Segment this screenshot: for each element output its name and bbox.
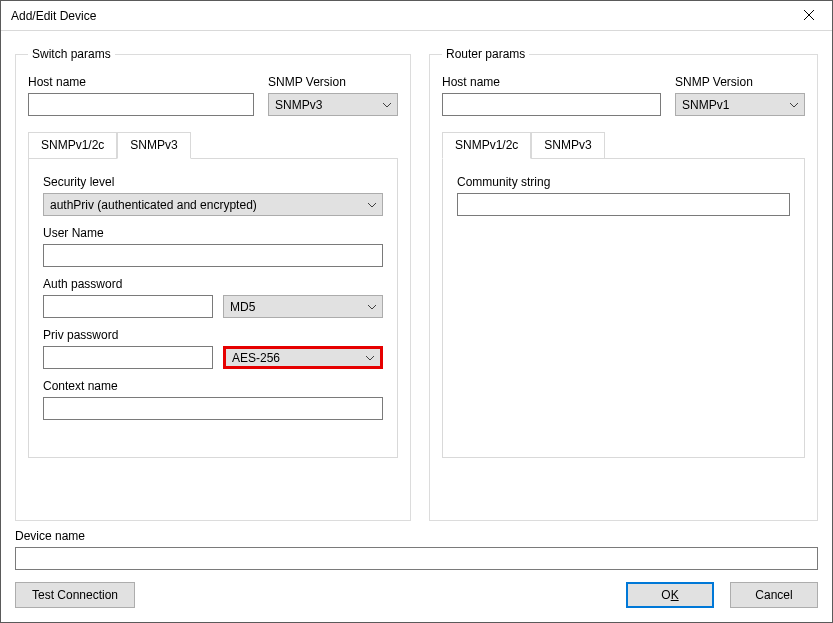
chevron-down-icon: [366, 354, 374, 362]
router-snmp-version-field: SNMP Version SNMPv1: [675, 75, 805, 116]
switch-snmp-version-field: SNMP Version SNMPv3: [268, 75, 398, 116]
test-connection-button[interactable]: Test Connection: [15, 582, 135, 608]
router-hostname-field: Host name: [442, 75, 661, 116]
auth-algo-select[interactable]: MD5: [223, 295, 383, 318]
dialog-content: Switch params Host name SNMP Version SNM…: [1, 31, 832, 622]
auth-password-label: Auth password: [43, 277, 213, 291]
community-string-field: Community string: [457, 175, 790, 216]
context-name-input[interactable]: [43, 397, 383, 420]
device-name-input[interactable]: [15, 547, 818, 570]
router-hostname-label: Host name: [442, 75, 661, 89]
router-snmp-version-value: SNMPv1: [682, 98, 729, 112]
switch-hostname-input[interactable]: [28, 93, 254, 116]
router-tab-snmpv1[interactable]: SNMPv1/2c: [442, 132, 531, 159]
chevron-down-icon: [790, 101, 798, 109]
priv-password-field: Priv password: [43, 328, 213, 369]
security-level-value: authPriv (authenticated and encrypted): [50, 198, 257, 212]
router-hostname-input[interactable]: [442, 93, 661, 116]
router-params-group: Router params Host name SNMP Version SNM…: [429, 47, 818, 521]
user-name-input[interactable]: [43, 244, 383, 267]
switch-snmp-version-label: SNMP Version: [268, 75, 398, 89]
titlebar: Add/Edit Device: [1, 1, 832, 31]
community-string-label: Community string: [457, 175, 790, 189]
chevron-down-icon: [383, 101, 391, 109]
priv-algo-select[interactable]: AES-256: [223, 346, 383, 369]
device-name-field: Device name: [15, 529, 818, 570]
switch-tab-snmpv1[interactable]: SNMPv1/2c: [28, 132, 117, 158]
context-name-field: Context name: [43, 379, 383, 420]
auth-algo-value: MD5: [230, 300, 255, 314]
router-snmp-version-label: SNMP Version: [675, 75, 805, 89]
switch-tabstrip: SNMPv1/2c SNMPv3: [28, 132, 398, 158]
priv-algo-value: AES-256: [232, 351, 280, 365]
cancel-button[interactable]: Cancel: [730, 582, 818, 608]
user-name-field: User Name: [43, 226, 383, 267]
router-snmp-version-select[interactable]: SNMPv1: [675, 93, 805, 116]
switch-hostname-label: Host name: [28, 75, 254, 89]
community-string-input[interactable]: [457, 193, 790, 216]
auth-password-field: Auth password: [43, 277, 213, 318]
user-name-label: User Name: [43, 226, 383, 240]
router-tabpanel-snmpv1: Community string: [442, 158, 805, 458]
switch-tabpanel-snmpv3: Security level authPriv (authenticated a…: [28, 158, 398, 458]
chevron-down-icon: [368, 201, 376, 209]
priv-password-input[interactable]: [43, 346, 213, 369]
router-tab-snmpv3[interactable]: SNMPv3: [531, 132, 604, 158]
ok-button[interactable]: OK: [626, 582, 714, 608]
security-level-select[interactable]: authPriv (authenticated and encrypted): [43, 193, 383, 216]
chevron-down-icon: [368, 303, 376, 311]
context-name-label: Context name: [43, 379, 383, 393]
switch-tab-snmpv3[interactable]: SNMPv3: [117, 132, 190, 159]
device-name-label: Device name: [15, 529, 818, 543]
switch-snmp-version-value: SNMPv3: [275, 98, 322, 112]
security-level-field: Security level authPriv (authenticated a…: [43, 175, 383, 216]
auth-password-input[interactable]: [43, 295, 213, 318]
close-button[interactable]: [786, 1, 832, 31]
switch-params-legend: Switch params: [28, 47, 115, 61]
switch-params-group: Switch params Host name SNMP Version SNM…: [15, 47, 411, 521]
window-title: Add/Edit Device: [11, 9, 96, 23]
switch-snmp-version-select[interactable]: SNMPv3: [268, 93, 398, 116]
router-tabstrip: SNMPv1/2c SNMPv3: [442, 132, 805, 158]
close-icon: [804, 9, 814, 23]
router-params-legend: Router params: [442, 47, 529, 61]
security-level-label: Security level: [43, 175, 383, 189]
priv-password-label: Priv password: [43, 328, 213, 342]
switch-hostname-field: Host name: [28, 75, 254, 116]
